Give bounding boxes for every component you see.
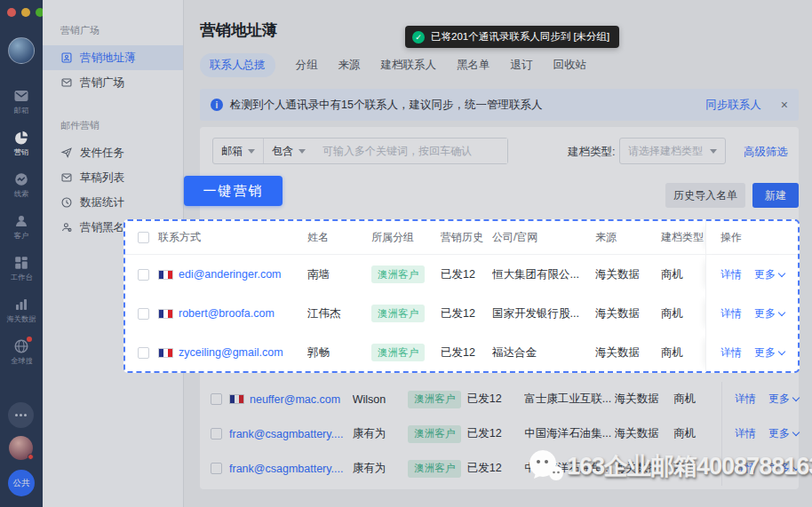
detail-link[interactable]: 详情	[735, 461, 756, 476]
archive-type-select[interactable]: 请选择建档类型	[619, 138, 726, 164]
rail-item-workbench[interactable]: 工作台	[0, 247, 43, 289]
rail-item-label: 客户	[14, 232, 29, 239]
chevron-down-icon	[778, 347, 785, 354]
archive-type: 商机	[661, 267, 705, 282]
keyword-filter-group: 邮箱 包含	[212, 138, 508, 164]
contact-name: Wilson	[353, 393, 409, 406]
rail-item-leads[interactable]: 线索	[0, 163, 43, 205]
marketing-history: 已发12	[467, 461, 524, 476]
rail-item-customs-data[interactable]: 海关数据	[0, 289, 43, 330]
detail-link[interactable]: 详情	[720, 267, 742, 282]
secondary-avatar[interactable]	[9, 436, 33, 460]
more-button[interactable]	[8, 402, 34, 428]
contact-name: 郭畅	[307, 345, 371, 360]
rail-item-label: 营销	[14, 148, 29, 155]
advanced-filter-link[interactable]: 高级筛选	[744, 145, 788, 160]
close-icon[interactable]: ×	[781, 99, 788, 111]
close-window-button[interactable]	[7, 8, 16, 17]
customs-data-icon	[13, 297, 29, 313]
contact-email-link[interactable]: frank@csagmbattery....	[229, 463, 343, 475]
pie-chart-icon	[13, 130, 29, 146]
history-import-button[interactable]: 历史导入名单	[665, 183, 745, 208]
contact-source: 海关数据	[595, 267, 661, 282]
select-all-checkbox[interactable]	[138, 232, 149, 243]
contact-email-link[interactable]: frank@csagmbattery....	[229, 428, 343, 440]
user-avatar[interactable]	[8, 37, 35, 64]
one-click-marketing-button[interactable]: 一键营销	[184, 176, 283, 206]
table-row: frank@csagmbattery.... 康有为 澳洲客户 已发12 中国海…	[200, 451, 799, 486]
company-name: 恒大集团有限公...	[492, 267, 595, 282]
contact-email-link[interactable]: zyceiling@gmail.com	[179, 346, 283, 359]
tab-blacklist[interactable]: 黑名单	[457, 53, 490, 77]
rail-item-customers[interactable]: 客户	[0, 205, 43, 247]
more-link[interactable]: 更多	[768, 461, 799, 476]
marketing-history: 已发12	[467, 392, 524, 407]
sidebar-item-label: 草稿列表	[80, 170, 124, 186]
contact-email-link[interactable]: neuffer@mac.com	[250, 393, 340, 406]
contact-email-link[interactable]: robert@broofa.com	[179, 307, 275, 320]
contact-source: 海关数据	[595, 345, 661, 360]
workbench-icon	[13, 255, 29, 271]
contact-name: 康有为	[353, 461, 409, 476]
tab-bar: 联系人总揽 分组 来源 建档联系人 黑名单 退订 回收站	[200, 53, 586, 77]
tab-recycle-bin[interactable]: 回收站	[553, 53, 587, 77]
check-circle-icon: ✓	[412, 31, 425, 44]
tab-groups[interactable]: 分组	[296, 53, 318, 77]
more-link[interactable]: 更多	[768, 392, 799, 407]
sidebar-item-marketing-plaza[interactable]: 营销广场	[43, 70, 183, 95]
archive-type: 商机	[673, 426, 721, 441]
keyword-input[interactable]	[314, 139, 507, 163]
row-checkbox[interactable]	[138, 308, 149, 320]
chevron-down-icon	[299, 149, 306, 154]
rail-item-mail[interactable]: 邮箱	[0, 80, 43, 122]
tab-sources[interactable]: 来源	[338, 53, 361, 77]
detail-link[interactable]: 详情	[720, 345, 742, 360]
group-tag: 澳洲客户	[371, 305, 425, 322]
more-link[interactable]: 更多	[754, 267, 784, 282]
more-link[interactable]: 更多	[754, 345, 784, 360]
more-link[interactable]: 更多	[768, 426, 799, 441]
row-checkbox[interactable]	[138, 347, 149, 359]
app-window: 邮箱 营销 线索 客户	[0, 0, 812, 507]
tab-unsubscribed[interactable]: 退订	[511, 53, 533, 77]
sync-contacts-link[interactable]: 同步联系人	[705, 98, 761, 113]
detail-link[interactable]: 详情	[720, 306, 742, 321]
sidebar-section-header: 营销广场	[60, 24, 183, 37]
public-account-badge[interactable]: 公共	[8, 470, 35, 496]
sidebar-item-data-stats[interactable]: 数据统计	[43, 190, 183, 215]
row-checkbox[interactable]	[211, 428, 222, 440]
tab-archived-contacts[interactable]: 建档联系人	[381, 53, 437, 77]
avatar-notification-dot	[28, 454, 34, 460]
create-button[interactable]: 新建	[752, 183, 799, 208]
sidebar-item-address-book[interactable]: 营销地址薄	[43, 45, 183, 70]
leads-icon	[13, 171, 29, 187]
sidebar-item-draft-list[interactable]: 草稿列表	[43, 165, 183, 190]
tab-contacts-overview[interactable]: 联系人总揽	[200, 53, 275, 77]
table-row: neuffer@mac.com Wilson 澳洲客户 已发12 富士康工业互联…	[200, 382, 799, 416]
rail-item-marketing[interactable]: 营销	[0, 122, 43, 163]
row-checkbox[interactable]	[211, 463, 222, 474]
marketing-history: 已发12	[441, 267, 492, 282]
group-tag: 澳洲客户	[408, 460, 461, 478]
detail-link[interactable]: 详情	[735, 426, 756, 441]
chevron-down-icon	[792, 463, 800, 471]
more-link[interactable]: 更多	[754, 306, 784, 321]
operator-select[interactable]: 包含	[263, 139, 314, 163]
sidebar-item-label: 营销地址薄	[80, 51, 136, 66]
column-header: 来源	[595, 230, 661, 245]
france-flag-icon	[158, 309, 173, 319]
row-checkbox[interactable]	[138, 269, 149, 281]
archive-type: 商机	[661, 345, 705, 360]
sidebar-item-send-tasks[interactable]: 发件任务	[43, 140, 183, 165]
blacklist-icon	[60, 221, 73, 234]
data-stats-icon	[60, 196, 73, 209]
sync-success-toast: ✓ 已将201个通讯录联系人同步到 [未分组]	[405, 26, 619, 48]
minimize-window-button[interactable]	[21, 8, 30, 17]
contact-email-link[interactable]: edi@anderinger.com	[179, 268, 282, 281]
field-select[interactable]: 邮箱	[213, 139, 263, 163]
detail-link[interactable]: 详情	[735, 392, 756, 407]
rail-item-global-search[interactable]: 全球搜	[0, 330, 43, 372]
info-icon: i	[211, 99, 223, 111]
row-checkbox[interactable]	[211, 393, 222, 405]
window-controls	[7, 8, 44, 17]
